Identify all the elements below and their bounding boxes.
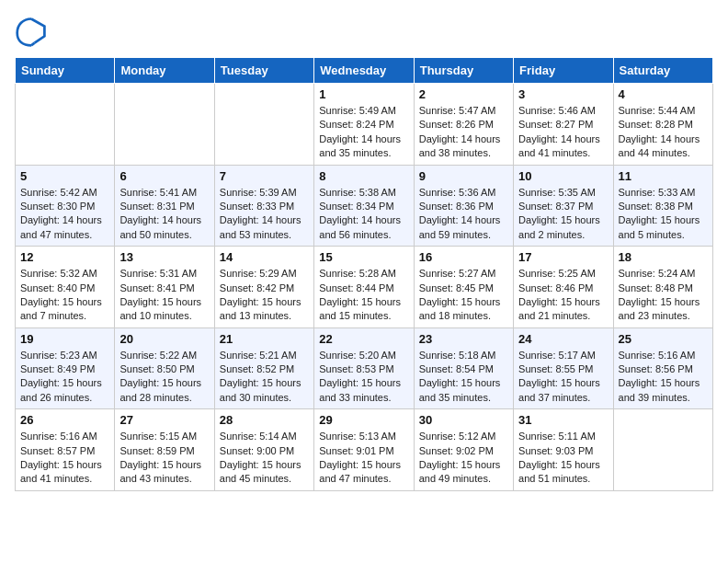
day-number: 5 [20,169,109,183]
calendar-cell: 2Sunrise: 5:47 AM Sunset: 8:26 PM Daylig… [414,84,513,166]
weekday-header-saturday: Saturday [613,58,712,84]
calendar-cell: 27Sunrise: 5:15 AM Sunset: 8:59 PM Dayli… [115,409,214,491]
day-number: 27 [119,413,209,427]
weekday-header-monday: Monday [115,58,214,84]
day-info: Sunrise: 5:35 AM Sunset: 8:37 PM Dayligh… [518,186,608,243]
day-info: Sunrise: 5:46 AM Sunset: 8:27 PM Dayligh… [518,104,608,161]
calendar-cell: 29Sunrise: 5:13 AM Sunset: 9:01 PM Dayli… [314,409,414,491]
calendar-table: SundayMondayTuesdayWednesdayThursdayFrid… [15,57,713,491]
day-number: 8 [319,169,408,183]
day-info: Sunrise: 5:11 AM Sunset: 9:03 PM Dayligh… [518,430,608,487]
logo [15,15,51,48]
day-info: Sunrise: 5:22 AM Sunset: 8:50 PM Dayligh… [119,349,209,406]
day-number: 26 [20,413,109,427]
day-info: Sunrise: 5:27 AM Sunset: 8:45 PM Dayligh… [419,267,508,324]
day-number: 12 [20,250,109,264]
day-info: Sunrise: 5:18 AM Sunset: 8:54 PM Dayligh… [419,349,508,406]
day-info: Sunrise: 5:28 AM Sunset: 8:44 PM Dayligh… [319,267,408,324]
day-number: 18 [619,250,708,264]
day-number: 13 [119,250,209,264]
calendar-cell: 9Sunrise: 5:36 AM Sunset: 8:36 PM Daylig… [414,165,513,247]
day-number: 2 [419,87,508,101]
day-info: Sunrise: 5:41 AM Sunset: 8:31 PM Dayligh… [119,186,209,243]
calendar-cell: 30Sunrise: 5:12 AM Sunset: 9:02 PM Dayli… [414,409,513,491]
day-number: 4 [619,87,708,101]
calendar-week-5: 26Sunrise: 5:16 AM Sunset: 8:57 PM Dayli… [16,409,713,491]
day-info: Sunrise: 5:33 AM Sunset: 8:38 PM Dayligh… [619,186,708,243]
calendar-cell: 20Sunrise: 5:22 AM Sunset: 8:50 PM Dayli… [115,327,214,409]
day-info: Sunrise: 5:29 AM Sunset: 8:42 PM Dayligh… [220,267,309,324]
calendar-week-2: 5Sunrise: 5:42 AM Sunset: 8:30 PM Daylig… [16,165,713,247]
day-info: Sunrise: 5:20 AM Sunset: 8:53 PM Dayligh… [319,349,408,406]
calendar-header-row: SundayMondayTuesdayWednesdayThursdayFrid… [16,58,713,84]
day-number: 19 [20,332,109,346]
day-info: Sunrise: 5:13 AM Sunset: 9:01 PM Dayligh… [319,430,408,487]
day-number: 14 [220,250,309,264]
day-info: Sunrise: 5:32 AM Sunset: 8:40 PM Dayligh… [20,267,109,324]
day-number: 24 [518,332,608,346]
day-number: 15 [319,250,408,264]
calendar-cell: 1Sunrise: 5:49 AM Sunset: 8:24 PM Daylig… [314,84,414,166]
day-number: 28 [220,413,309,427]
calendar-cell: 14Sunrise: 5:29 AM Sunset: 8:42 PM Dayli… [214,247,313,328]
calendar-cell: 4Sunrise: 5:44 AM Sunset: 8:28 PM Daylig… [613,84,712,166]
calendar-cell [115,84,214,166]
calendar-cell [613,409,712,491]
weekday-header-tuesday: Tuesday [214,58,313,84]
calendar-week-1: 1Sunrise: 5:49 AM Sunset: 8:24 PM Daylig… [16,84,713,166]
calendar-cell: 10Sunrise: 5:35 AM Sunset: 8:37 PM Dayli… [514,165,613,247]
calendar-cell: 22Sunrise: 5:20 AM Sunset: 8:53 PM Dayli… [314,327,414,409]
calendar-cell: 15Sunrise: 5:28 AM Sunset: 8:44 PM Dayli… [314,247,414,328]
calendar-cell: 24Sunrise: 5:17 AM Sunset: 8:55 PM Dayli… [514,327,613,409]
day-number: 20 [119,332,209,346]
weekday-header-sunday: Sunday [16,58,115,84]
day-info: Sunrise: 5:49 AM Sunset: 8:24 PM Dayligh… [319,104,408,161]
day-info: Sunrise: 5:14 AM Sunset: 9:00 PM Dayligh… [220,430,309,487]
day-number: 31 [518,413,608,427]
day-number: 22 [319,332,408,346]
calendar-cell: 23Sunrise: 5:18 AM Sunset: 8:54 PM Dayli… [414,327,513,409]
day-number: 29 [319,413,408,427]
calendar-cell: 31Sunrise: 5:11 AM Sunset: 9:03 PM Dayli… [514,409,613,491]
calendar-cell: 19Sunrise: 5:23 AM Sunset: 8:49 PM Dayli… [16,327,115,409]
calendar-cell: 12Sunrise: 5:32 AM Sunset: 8:40 PM Dayli… [16,247,115,328]
day-number: 1 [319,87,408,101]
calendar-cell: 6Sunrise: 5:41 AM Sunset: 8:31 PM Daylig… [115,165,214,247]
day-info: Sunrise: 5:15 AM Sunset: 8:59 PM Dayligh… [119,430,209,487]
calendar-cell: 21Sunrise: 5:21 AM Sunset: 8:52 PM Dayli… [214,327,313,409]
day-info: Sunrise: 5:39 AM Sunset: 8:33 PM Dayligh… [220,186,309,243]
day-number: 25 [619,332,708,346]
weekday-header-friday: Friday [514,58,613,84]
calendar-cell: 26Sunrise: 5:16 AM Sunset: 8:57 PM Dayli… [16,409,115,491]
day-number: 7 [220,169,309,183]
logo-icon [15,15,48,48]
calendar-cell: 13Sunrise: 5:31 AM Sunset: 8:41 PM Dayli… [115,247,214,328]
day-number: 21 [220,332,309,346]
day-info: Sunrise: 5:25 AM Sunset: 8:46 PM Dayligh… [518,267,608,324]
calendar-cell: 8Sunrise: 5:38 AM Sunset: 8:34 PM Daylig… [314,165,414,247]
day-info: Sunrise: 5:12 AM Sunset: 9:02 PM Dayligh… [419,430,508,487]
calendar-cell: 17Sunrise: 5:25 AM Sunset: 8:46 PM Dayli… [514,247,613,328]
day-info: Sunrise: 5:17 AM Sunset: 8:55 PM Dayligh… [518,349,608,406]
day-number: 23 [419,332,508,346]
calendar-cell: 11Sunrise: 5:33 AM Sunset: 8:38 PM Dayli… [613,165,712,247]
day-info: Sunrise: 5:24 AM Sunset: 8:48 PM Dayligh… [619,267,708,324]
day-number: 3 [518,87,608,101]
calendar-cell: 25Sunrise: 5:16 AM Sunset: 8:56 PM Dayli… [613,327,712,409]
calendar-cell [16,84,115,166]
day-info: Sunrise: 5:42 AM Sunset: 8:30 PM Dayligh… [20,186,109,243]
day-number: 11 [619,169,708,183]
calendar-cell: 7Sunrise: 5:39 AM Sunset: 8:33 PM Daylig… [214,165,313,247]
calendar-cell: 3Sunrise: 5:46 AM Sunset: 8:27 PM Daylig… [514,84,613,166]
day-number: 17 [518,250,608,264]
weekday-header-wednesday: Wednesday [314,58,414,84]
calendar-cell: 5Sunrise: 5:42 AM Sunset: 8:30 PM Daylig… [16,165,115,247]
day-info: Sunrise: 5:23 AM Sunset: 8:49 PM Dayligh… [20,349,109,406]
calendar-week-3: 12Sunrise: 5:32 AM Sunset: 8:40 PM Dayli… [16,247,713,328]
calendar-cell: 18Sunrise: 5:24 AM Sunset: 8:48 PM Dayli… [613,247,712,328]
page-header [15,15,713,48]
day-info: Sunrise: 5:16 AM Sunset: 8:56 PM Dayligh… [619,349,708,406]
day-number: 10 [518,169,608,183]
day-number: 30 [419,413,508,427]
day-number: 6 [119,169,209,183]
